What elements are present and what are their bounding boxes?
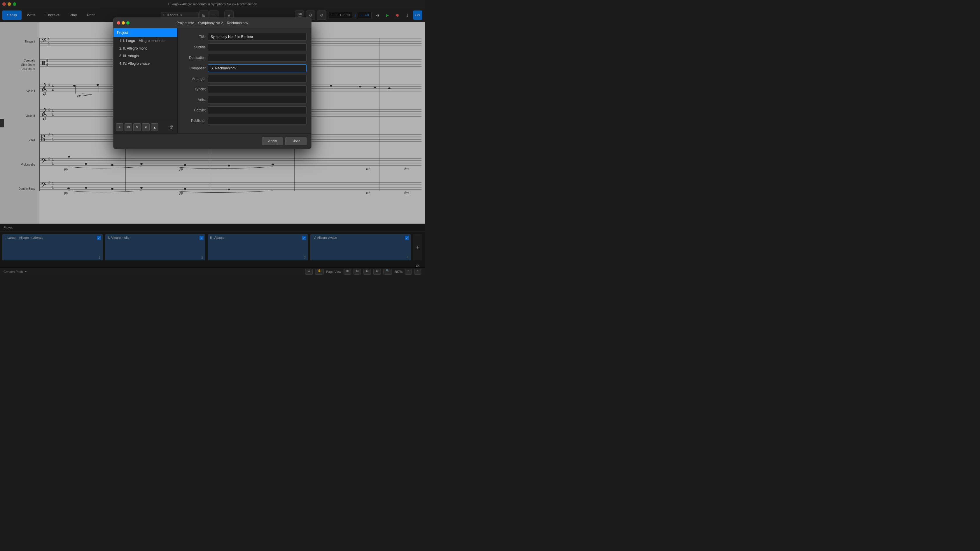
rename-item-btn[interactable]: ✎ [133, 123, 141, 131]
arranger-label: Arranger [182, 77, 205, 81]
publisher-input[interactable] [208, 117, 307, 124]
copyist-input[interactable] [208, 106, 307, 114]
publisher-row: Publisher [182, 117, 307, 124]
arranger-input[interactable] [208, 75, 307, 83]
title-label: Title [182, 35, 205, 39]
subtitle-row: Subtitle [182, 43, 307, 51]
dialog-body: Project 1. I. Largo – Allegro moderato 2… [113, 28, 311, 133]
subtitle-label: Subtitle [182, 45, 205, 49]
move-up-btn[interactable]: ▴ [151, 123, 158, 131]
copyist-label: Copyist [182, 108, 205, 112]
duplicate-item-btn[interactable]: ⧉ [124, 123, 132, 131]
dialog-close-btn[interactable] [117, 21, 120, 24]
composer-label: Composer [182, 66, 205, 70]
lyricist-input[interactable] [208, 86, 307, 93]
close-button-dialog[interactable]: Close [285, 137, 307, 145]
artist-input[interactable] [208, 96, 307, 103]
dialog-footer: Apply Close [113, 133, 311, 149]
dialog-title-bar: Project Info – Symphony No 2 – Rachmanin… [113, 18, 311, 28]
dialog-left-panel: Project 1. I. Largo – Allegro moderato 2… [113, 28, 178, 133]
dialog-flow-3[interactable]: 3. III. Adagio [113, 52, 177, 60]
dialog-flow-1[interactable]: 1. I. Largo – Allegro moderato [113, 37, 177, 44]
dialog-right-panel: Title Subtitle Dedication Composer Arran [178, 28, 311, 133]
subtitle-input[interactable] [208, 43, 307, 51]
add-item-btn[interactable]: + [116, 123, 123, 131]
dialog-flow-2[interactable]: 2. II. Allegro molto [113, 44, 177, 52]
dedication-label: Dedication [182, 56, 205, 60]
dedication-row: Dedication [182, 54, 307, 62]
lyricist-row: Lyricist [182, 86, 307, 93]
project-dialog: Project Info – Symphony No 2 – Rachmanin… [113, 17, 312, 149]
dialog-minimize-btn[interactable] [122, 21, 125, 24]
dialog-bottom-toolbar: + ⧉ ✎ ▾ ▴ 🗑 [113, 121, 177, 133]
title-input[interactable] [208, 33, 307, 41]
lyricist-label: Lyricist [182, 87, 205, 91]
composer-row: Composer [182, 64, 307, 72]
artist-row: Artist [182, 96, 307, 103]
copyist-row: Copyist [182, 106, 307, 114]
dialog-traffic-lights [117, 21, 129, 24]
move-down-btn[interactable]: ▾ [142, 123, 150, 131]
composer-input[interactable] [208, 64, 307, 72]
dialog-nav-project[interactable]: Project [113, 28, 177, 37]
dialog-maximize-btn[interactable] [126, 21, 129, 24]
apply-button[interactable]: Apply [262, 137, 283, 145]
title-row: Title [182, 33, 307, 41]
dialog-flow-4[interactable]: 4. IV. Allegro vivace [113, 60, 177, 67]
publisher-label: Publisher [182, 119, 205, 123]
dedication-input[interactable] [208, 54, 307, 62]
arranger-row: Arranger [182, 75, 307, 83]
delete-item-btn[interactable]: 🗑 [167, 123, 175, 131]
dialog-overlay: Project Info – Symphony No 2 – Rachmanin… [0, 0, 425, 275]
dialog-title-text: Project Info – Symphony No 2 – Rachmanin… [177, 21, 248, 25]
artist-label: Artist [182, 98, 205, 102]
